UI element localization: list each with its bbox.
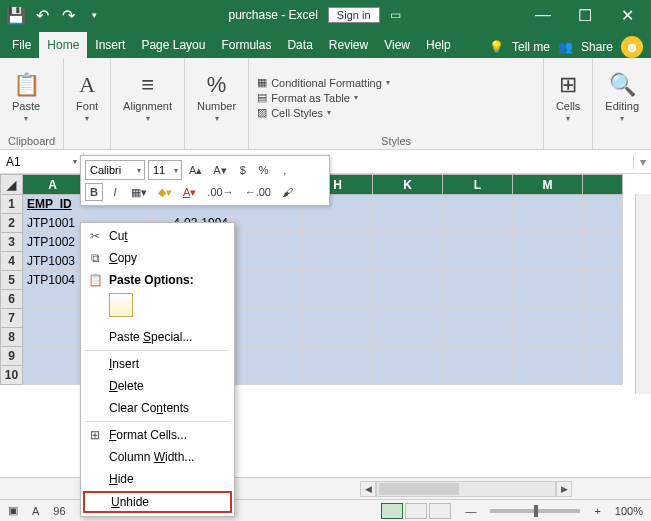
- cell[interactable]: [443, 271, 513, 290]
- row-header[interactable]: 9: [1, 347, 23, 366]
- cell[interactable]: [373, 195, 443, 214]
- cell[interactable]: [373, 366, 443, 385]
- cell[interactable]: [373, 347, 443, 366]
- row-header[interactable]: 8: [1, 328, 23, 347]
- tab-formulas[interactable]: Formulas: [213, 32, 279, 58]
- cell[interactable]: [513, 347, 583, 366]
- cell[interactable]: [303, 347, 373, 366]
- cell[interactable]: [513, 195, 583, 214]
- menu-paste-special[interactable]: Paste Special...: [81, 326, 234, 348]
- cell[interactable]: [233, 252, 303, 271]
- cell[interactable]: [303, 271, 373, 290]
- cell[interactable]: [443, 290, 513, 309]
- cell[interactable]: [303, 309, 373, 328]
- decrease-decimal-icon[interactable]: .00→: [203, 184, 237, 200]
- cell[interactable]: [583, 328, 623, 347]
- cell[interactable]: [303, 233, 373, 252]
- cell[interactable]: [373, 252, 443, 271]
- cell[interactable]: JTP1001: [23, 214, 83, 233]
- cell[interactable]: JTP1002: [23, 233, 83, 252]
- row-header[interactable]: 2: [1, 214, 23, 233]
- expand-formula-bar[interactable]: ▾: [633, 155, 651, 169]
- paste-option-icon[interactable]: [109, 293, 133, 317]
- redo-icon[interactable]: ↷: [56, 3, 80, 27]
- accounting-format-icon[interactable]: $: [234, 162, 252, 178]
- conditional-formatting-button[interactable]: ▦Conditional Formatting ▾: [257, 76, 390, 89]
- record-macro-icon[interactable]: ▣: [8, 504, 18, 517]
- select-all-cell[interactable]: ◢: [1, 175, 23, 195]
- cell[interactable]: [303, 214, 373, 233]
- editing-button[interactable]: 🔍 Editing ▾: [601, 70, 643, 125]
- cell[interactable]: [23, 366, 83, 385]
- cell[interactable]: [373, 290, 443, 309]
- cell[interactable]: [443, 328, 513, 347]
- cell[interactable]: JTP1004: [23, 271, 83, 290]
- cell[interactable]: [233, 271, 303, 290]
- horizontal-scrollbar[interactable]: ◀ ▶: [360, 481, 572, 497]
- cell[interactable]: [583, 309, 623, 328]
- increase-decimal-icon[interactable]: ←.00: [241, 184, 275, 200]
- zoom-slider[interactable]: [490, 509, 580, 513]
- tab-file[interactable]: File: [4, 32, 39, 58]
- font-color-icon[interactable]: A▾: [179, 184, 200, 201]
- cell[interactable]: [233, 290, 303, 309]
- cell[interactable]: [303, 290, 373, 309]
- feedback-icon[interactable]: ☻: [621, 36, 643, 58]
- sign-in-button[interactable]: Sign in: [328, 7, 380, 23]
- qat-customize-icon[interactable]: ▾: [82, 3, 106, 27]
- cell[interactable]: [513, 290, 583, 309]
- scroll-thumb[interactable]: [379, 483, 459, 495]
- font-family-combo[interactable]: Calibri: [85, 160, 145, 180]
- menu-column-width[interactable]: Column Width...: [81, 446, 234, 468]
- cell[interactable]: [373, 328, 443, 347]
- page-layout-view-button[interactable]: [405, 503, 427, 519]
- zoom-thumb[interactable]: [534, 505, 538, 517]
- cell[interactable]: [583, 214, 623, 233]
- normal-view-button[interactable]: [381, 503, 403, 519]
- cell[interactable]: [513, 366, 583, 385]
- alignment-button[interactable]: ≡ Alignment ▾: [119, 70, 176, 125]
- cell[interactable]: [443, 366, 513, 385]
- format-painter-icon[interactable]: 🖌: [278, 184, 297, 200]
- cell[interactable]: [303, 252, 373, 271]
- cell[interactable]: [233, 366, 303, 385]
- share-icon[interactable]: 👥: [558, 40, 573, 54]
- borders-icon[interactable]: ▦▾: [127, 184, 151, 201]
- cell[interactable]: [513, 328, 583, 347]
- menu-hide[interactable]: Hide: [81, 468, 234, 490]
- scroll-track[interactable]: [376, 481, 556, 497]
- scroll-right-icon[interactable]: ▶: [556, 481, 572, 497]
- cell[interactable]: [513, 252, 583, 271]
- tab-home[interactable]: Home: [39, 32, 87, 58]
- cell[interactable]: [23, 347, 83, 366]
- cell[interactable]: [443, 347, 513, 366]
- font-size-combo[interactable]: 11: [148, 160, 182, 180]
- increase-font-icon[interactable]: A▴: [185, 162, 206, 179]
- tab-data[interactable]: Data: [279, 32, 320, 58]
- cell[interactable]: EMP_ID: [23, 195, 83, 214]
- cell[interactable]: JTP1003: [23, 252, 83, 271]
- cell[interactable]: [373, 214, 443, 233]
- cell[interactable]: [443, 195, 513, 214]
- bold-button[interactable]: B: [85, 183, 103, 201]
- col-header-L[interactable]: L: [443, 175, 513, 195]
- cell[interactable]: [513, 309, 583, 328]
- row-header[interactable]: 5: [1, 271, 23, 290]
- scroll-left-icon[interactable]: ◀: [360, 481, 376, 497]
- cell[interactable]: [513, 233, 583, 252]
- cell[interactable]: [583, 366, 623, 385]
- menu-unhide[interactable]: Unhide: [83, 491, 232, 513]
- cell[interactable]: [233, 233, 303, 252]
- vertical-scrollbar[interactable]: [635, 194, 651, 394]
- tab-review[interactable]: Review: [321, 32, 376, 58]
- menu-insert[interactable]: Insert: [81, 353, 234, 375]
- cell[interactable]: [443, 233, 513, 252]
- row-header[interactable]: 3: [1, 233, 23, 252]
- row-header[interactable]: 7: [1, 309, 23, 328]
- menu-cut[interactable]: ✂Cut: [81, 225, 234, 247]
- menu-format-cells[interactable]: ⊞Format Cells...: [81, 424, 234, 446]
- col-header-M[interactable]: M: [513, 175, 583, 195]
- zoom-in-button[interactable]: +: [594, 505, 600, 517]
- menu-copy[interactable]: ⧉Copy: [81, 247, 234, 269]
- cell[interactable]: [233, 309, 303, 328]
